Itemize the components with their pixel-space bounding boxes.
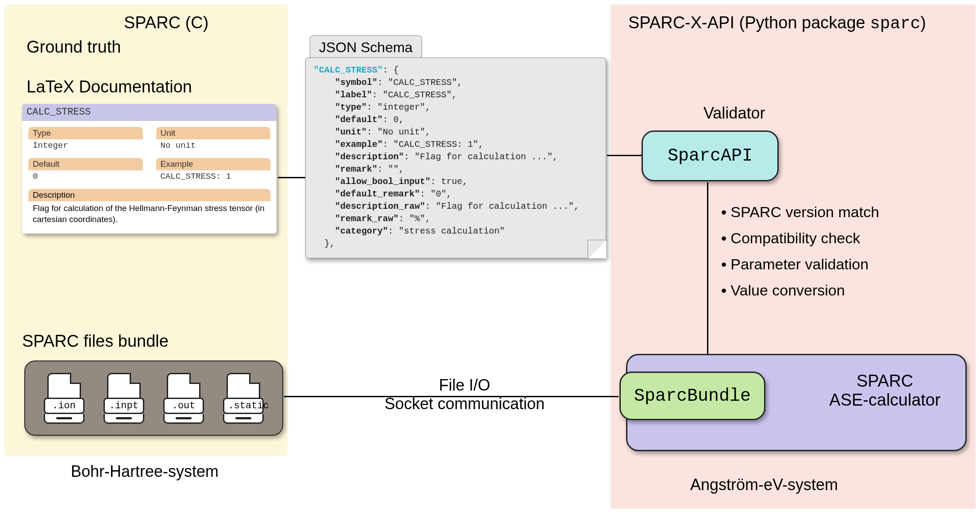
ase-calculator-label: SPARC ASE-calculator — [827, 372, 942, 410]
right-panel-title: SPARC-X-API (Python package sparc) — [628, 13, 926, 33]
connector-json-api — [607, 155, 642, 156]
file-tray-icon — [44, 414, 85, 424]
latex-description-label: Description — [28, 189, 270, 201]
file-tray-icon — [223, 414, 264, 424]
json-schema-content: "CALC_STRESS": { "symbol": "CALC_STRESS"… — [314, 64, 598, 250]
file-icon — [107, 373, 141, 398]
file-icon — [167, 373, 200, 398]
file-icon — [227, 373, 260, 398]
bohr-hartree-label: Bohr-Hartree-system — [71, 462, 219, 481]
bullet-version-match: SPARC version match — [721, 203, 879, 221]
latex-default-value: 0 — [28, 170, 143, 183]
latex-unit-value: No unit — [156, 139, 271, 152]
file-ext-label: .out — [163, 398, 204, 414]
connector-latex-json — [278, 177, 305, 178]
left-panel-title: SPARC (C) — [124, 13, 208, 32]
file-ext-label: .ion — [44, 398, 85, 414]
file-item-ion: .ion — [44, 373, 85, 424]
latex-example-label: Example — [156, 158, 271, 170]
validator-label: Validator — [703, 104, 765, 123]
latex-default-label: Default — [28, 158, 143, 170]
latex-doc-heading: LaTeX Documentation — [27, 77, 192, 96]
ground-truth-label: Ground truth — [27, 38, 121, 57]
latex-description-field: Description Flag for calculation of the … — [28, 189, 270, 229]
right-title-plain: SPARC-X-API (Python package — [628, 13, 870, 32]
right-title-close: ) — [920, 13, 926, 32]
latex-default-field: Default 0 — [28, 158, 143, 183]
io-label-line1: File I/O — [439, 376, 490, 394]
sparc-files-bundle-heading: SPARC files bundle — [22, 332, 169, 351]
latex-type-label: Type — [28, 127, 143, 139]
io-label-line2: Socket communication — [384, 395, 545, 413]
file-item-out: .out — [163, 373, 204, 424]
file-tray-icon — [163, 414, 204, 424]
sparc-label-line2: ASE-calculator — [829, 391, 940, 409]
connector-api-calc-vert — [707, 182, 708, 354]
latex-documentation-card: CALC_STRESS Type Integer Unit No unit De… — [22, 104, 277, 234]
sparc-api-box: SparcAPI — [642, 130, 779, 181]
feature-bullets: SPARC version match Compatibility check … — [721, 203, 879, 308]
json-schema-tab: JSON Schema — [310, 35, 422, 58]
latex-example-field: Example CALC_STRESS: 1 — [156, 158, 271, 183]
file-icon — [47, 373, 81, 398]
latex-description-value: Flag for calculation of the Hellmann-Fey… — [28, 201, 270, 229]
file-item-inpt: .inpt — [104, 373, 144, 424]
latex-type-field: Type Integer — [28, 127, 143, 152]
file-tray-icon — [104, 414, 144, 424]
file-ext-label: .static — [223, 398, 264, 414]
sparc-bundle-box: SparcBundle — [619, 372, 765, 420]
latex-unit-field: Unit No unit — [156, 127, 271, 152]
json-schema-box: "CALC_STRESS": { "symbol": "CALC_STRESS"… — [305, 58, 606, 258]
latex-example-value: CALC_STRESS: 1 — [156, 170, 271, 183]
latex-unit-label: Unit — [156, 127, 271, 139]
io-label: File I/O Socket communication — [354, 376, 575, 413]
angstrom-ev-label: Angström-eV-system — [690, 476, 838, 494]
latex-type-value: Integer — [28, 139, 143, 152]
bullet-conversion: Value conversion — [721, 282, 879, 299]
file-ext-label: .inpt — [104, 398, 144, 414]
sparc-label-line1: SPARC — [857, 372, 913, 390]
bullet-validation: Parameter validation — [721, 256, 879, 273]
latex-card-header: CALC_STRESS — [22, 104, 277, 121]
right-title-mono: sparc — [870, 14, 920, 33]
bullet-compatibility: Compatibility check — [721, 230, 879, 247]
sparc-files-bundle-box: .ion .inpt .out .static — [24, 361, 283, 436]
file-item-static: .static — [223, 373, 264, 424]
